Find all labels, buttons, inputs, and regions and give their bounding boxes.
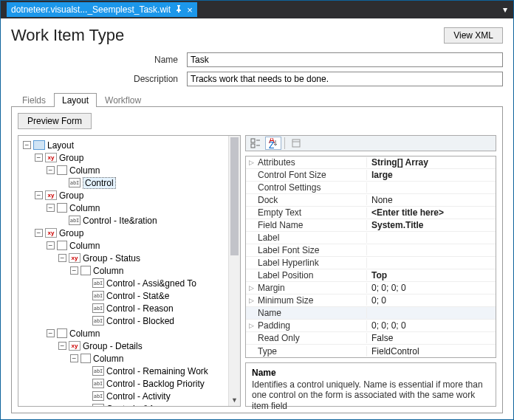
expand-toggle[interactable]: − xyxy=(47,166,55,174)
tree-node[interactable]: abIControl - Assi&gned To xyxy=(20,277,227,289)
document-tab-label: dotneteer.visualst..._Seemplest_Task.wit xyxy=(11,4,171,15)
tree-node[interactable]: −Column xyxy=(20,327,227,340)
property-value[interactable]: System.Title xyxy=(367,220,496,230)
tree-node-label: Column xyxy=(69,203,100,213)
expand-toggle[interactable]: − xyxy=(35,229,43,237)
property-pages-icon[interactable] xyxy=(288,137,304,150)
tree-node[interactable]: −Column xyxy=(20,239,227,252)
tree-node[interactable]: abIControl xyxy=(20,176,227,189)
expand-icon[interactable]: ▷ xyxy=(246,297,256,304)
property-name: Type xyxy=(256,346,367,357)
description-label: Description xyxy=(11,74,187,84)
expand-toggle[interactable]: − xyxy=(47,329,55,337)
name-input[interactable] xyxy=(187,52,503,67)
property-row[interactable]: DockNone xyxy=(246,194,496,207)
tree-node[interactable]: −xyGroup xyxy=(20,151,227,164)
grp-icon: xy xyxy=(69,341,80,351)
property-row[interactable]: Label Hyperlink xyxy=(246,257,496,269)
preview-form-button[interactable]: Preview Form xyxy=(18,113,92,129)
expand-toggle[interactable]: − xyxy=(47,241,55,249)
expand-toggle[interactable]: − xyxy=(23,141,31,149)
property-row[interactable]: Field NameSystem.Title xyxy=(246,219,496,232)
tree-node[interactable]: abIControl - Stat&e xyxy=(20,289,227,302)
scroll-thumb[interactable] xyxy=(230,137,239,255)
tree-node-label: Control xyxy=(83,177,116,189)
tab-layout[interactable]: Layout xyxy=(54,93,97,107)
property-row[interactable]: Name xyxy=(246,307,496,320)
property-value[interactable]: Top xyxy=(367,270,496,280)
property-row[interactable]: Read OnlyFalse xyxy=(246,332,496,345)
col-icon xyxy=(57,203,67,213)
property-value[interactable]: <Enter title here> xyxy=(367,207,496,218)
tree-node[interactable]: −xyGroup - Details xyxy=(20,340,227,352)
tree-node[interactable]: −xyGroup - Status xyxy=(20,252,227,264)
tree-node[interactable]: −Column xyxy=(20,264,227,277)
ctl-icon: abI xyxy=(92,379,104,388)
property-row[interactable]: ▷AttributesString[] Array xyxy=(246,156,496,169)
expand-toggle[interactable]: − xyxy=(47,204,55,212)
property-value[interactable]: 0; 0; 0; 0 xyxy=(367,320,496,331)
expand-icon[interactable]: ▷ xyxy=(246,322,256,329)
property-help: Name Identifies a control uniquely. Name… xyxy=(245,362,496,407)
grp-icon: xy xyxy=(45,153,57,162)
property-value[interactable]: None xyxy=(367,195,496,205)
tree-node[interactable]: −xyGroup xyxy=(20,227,227,239)
expand-toggle[interactable]: − xyxy=(58,342,66,350)
tree-node[interactable]: abIControl - &Area xyxy=(20,402,227,406)
tree-node-label: Group - Details xyxy=(83,341,143,351)
property-row[interactable]: ▷Padding0; 0; 0; 0 xyxy=(246,320,496,332)
layout-icon xyxy=(33,140,45,150)
tab-workflow[interactable]: Workflow xyxy=(97,93,149,107)
property-value[interactable]: False xyxy=(367,333,496,343)
name-label: Name xyxy=(11,55,187,65)
property-row[interactable]: ▷Minimum Size0; 0 xyxy=(246,295,496,307)
property-row[interactable]: Control Font Sizelarge xyxy=(246,169,496,182)
description-input[interactable] xyxy=(187,72,503,86)
property-grid: ▷AttributesString[] ArrayControl Font Si… xyxy=(245,156,496,358)
tree-node[interactable]: −xyGroup xyxy=(20,189,227,202)
scroll-down-icon[interactable]: ▼ xyxy=(229,394,240,406)
alphabetical-icon[interactable]: AZ xyxy=(265,137,281,150)
tree-scrollbar[interactable]: ▲ ▼ xyxy=(228,136,240,406)
expand-toggle[interactable]: − xyxy=(58,254,66,262)
property-row[interactable]: TypeFieldControl xyxy=(246,345,496,357)
tree-node[interactable]: abIControl - Ite&ration xyxy=(20,214,227,227)
property-row[interactable]: Label PositionTop xyxy=(246,269,496,282)
property-row[interactable]: Label Font Size xyxy=(246,244,496,257)
close-icon[interactable]: × xyxy=(187,5,193,15)
expand-icon[interactable]: ▷ xyxy=(246,159,256,166)
expand-toggle[interactable]: − xyxy=(70,266,78,275)
tree-node[interactable]: abIControl - Activity xyxy=(20,390,227,402)
property-row[interactable]: Empty Text<Enter title here> xyxy=(246,207,496,219)
property-row[interactable]: Label xyxy=(246,232,496,244)
expand-toggle[interactable]: − xyxy=(35,154,43,162)
property-value[interactable]: large xyxy=(367,170,496,180)
tree-node[interactable]: abIControl - Reason xyxy=(20,302,227,314)
tab-dropdown-icon[interactable]: ▾ xyxy=(503,4,513,15)
tree-node[interactable]: abIControl - Remaining Work xyxy=(20,365,227,377)
tree-node[interactable]: −Column xyxy=(20,352,227,365)
property-name: Read Only xyxy=(256,333,367,343)
tree-node[interactable]: −Layout xyxy=(20,139,227,151)
property-value[interactable]: 0; 0; 0; 0 xyxy=(367,283,496,293)
pin-icon[interactable] xyxy=(175,4,182,15)
tree-node[interactable]: abIControl - Blocked xyxy=(20,314,227,327)
document-tab[interactable]: dotneteer.visualst..._Seemplest_Task.wit… xyxy=(7,2,197,17)
tab-fields[interactable]: Fields xyxy=(14,93,54,107)
tree-node-label: Control - Assi&gned To xyxy=(106,278,196,289)
tree-node[interactable]: −Column xyxy=(20,164,227,176)
expand-icon[interactable]: ▷ xyxy=(246,284,256,292)
tree-node[interactable]: abIControl - Backlog Priority xyxy=(20,377,227,390)
view-xml-button[interactable]: View XML xyxy=(444,27,503,44)
tree-node[interactable]: −Column xyxy=(20,202,227,214)
expand-toggle[interactable]: − xyxy=(70,354,78,362)
property-value[interactable]: String[] Array xyxy=(367,157,496,168)
tree-node-label: Control - Stat&e xyxy=(106,291,169,301)
property-row[interactable]: ▷Margin0; 0; 0; 0 xyxy=(246,282,496,295)
categorized-icon[interactable] xyxy=(247,137,264,150)
property-value[interactable]: 0; 0 xyxy=(367,295,496,306)
property-value[interactable]: FieldControl xyxy=(367,346,496,357)
page-title: Work Item Type xyxy=(11,26,124,45)
property-row[interactable]: Control Settings xyxy=(246,182,496,194)
expand-toggle[interactable]: − xyxy=(35,191,43,199)
